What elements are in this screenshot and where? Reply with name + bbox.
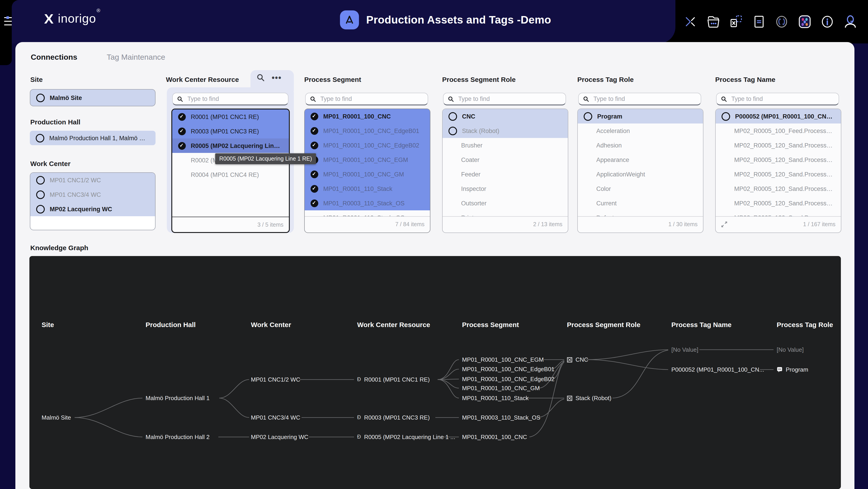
ps-list: MP01_R0001_100_CNC MP01_R0001_100_CNC_Ed… xyxy=(304,109,430,233)
graph-node[interactable]: Malmö Site xyxy=(41,414,71,421)
info-icon[interactable] xyxy=(819,14,835,29)
sync-icon[interactable] xyxy=(774,14,789,29)
ptn-list: P000052 (MP01_R0001_100_CNC)_130... MP02… xyxy=(715,109,841,233)
list-item[interactable]: MP01_R0001_100_CNC_EdgeB02 xyxy=(305,138,430,152)
knowledge-graph-panel[interactable]: Site Production Hall Work Center Work Ce… xyxy=(29,256,841,489)
graph-node[interactable]: Program xyxy=(777,366,808,373)
graph-node[interactable]: MP01_R0003_110_Stack_OS xyxy=(462,414,540,421)
export-icon[interactable] xyxy=(728,14,744,29)
search-icon[interactable] xyxy=(257,74,265,81)
list-item[interactable]: Appearance xyxy=(578,152,703,167)
more-menu-icon[interactable]: ••• xyxy=(272,75,282,80)
list-item[interactable]: Brusher xyxy=(442,138,568,152)
list-item[interactable]: Adhesion xyxy=(578,138,703,152)
psr-search xyxy=(443,93,566,106)
graph-node[interactable]: [No Value] xyxy=(777,346,804,353)
list-item[interactable]: MP02_R0005_120_Sand.ProcessTags.Sa... xyxy=(716,167,841,181)
check-icon xyxy=(178,142,186,149)
close-x-icon[interactable] xyxy=(683,14,698,29)
graph-col-work-center-resource: Work Center Resource xyxy=(357,321,430,328)
list-item[interactable]: Defects xyxy=(578,210,703,216)
list-item[interactable]: MP02 Lacquering WC xyxy=(30,202,155,216)
graph-node[interactable]: Stack (Robot) xyxy=(567,395,612,401)
list-item[interactable]: Coater xyxy=(442,152,568,167)
list-item[interactable]: MP01_R0001_110_Stack_OS xyxy=(305,210,430,216)
site-selected-item[interactable]: Malmö Site xyxy=(30,89,156,106)
user-icon[interactable] xyxy=(842,14,858,29)
graph-node[interactable]: MP01_R0001_110_Stack xyxy=(462,395,528,401)
list-item[interactable]: Stack (Robot) xyxy=(442,123,568,138)
graph-node[interactable]: MP01_R0001_100_CNC_EdgeB02 xyxy=(462,376,555,382)
graph-node[interactable]: MP01 CNC1/2 WC xyxy=(251,376,300,383)
list-item[interactable]: MP01_R0001_110_Stack xyxy=(305,181,430,196)
list-item[interactable]: R0001 (MP01 CNC1 RE) xyxy=(172,110,289,124)
list-item[interactable]: MP02_R0005_120_Sand.ProcessTags.Uni... xyxy=(716,210,841,216)
graph-node[interactable]: MP01_R0001_100_CNC xyxy=(462,434,527,440)
graph-node[interactable]: P000052 (MP01_R0001_100_CN... xyxy=(671,366,764,373)
graph-node[interactable]: MP01 CNC3/4 WC xyxy=(251,414,300,421)
process-segment-label: Process Segment xyxy=(304,76,361,83)
graph-node[interactable]: MP01_R0001_100_CNC_EdgeB01 xyxy=(462,366,555,373)
list-item[interactable]: Color xyxy=(578,181,703,196)
list-item[interactable]: MP02_R0005_120_Sand.ProcessTags.State xyxy=(716,181,841,196)
graph-col-work-center: Work Center xyxy=(251,321,291,328)
ptn-search-input[interactable] xyxy=(730,95,834,103)
inorigo-logo[interactable]: X inorigo® xyxy=(44,12,100,26)
list-item[interactable]: MP01_R0001_100_CNC_EdgeB01 xyxy=(305,123,430,138)
list-item[interactable]: MP01_R0001_100_CNC_EGM xyxy=(305,152,430,167)
list-item[interactable]: MP02_R0005_100_Feed.ProcessTags.Too... xyxy=(716,123,841,138)
list-item[interactable]: Program xyxy=(578,109,703,123)
work-center-resource-label: Work Center Resource xyxy=(166,76,239,83)
list-item[interactable]: Inspector xyxy=(442,181,568,196)
list-item[interactable]: Outsorter xyxy=(442,196,568,210)
radio-icon xyxy=(448,126,457,135)
radio-icon xyxy=(448,112,457,120)
list-item[interactable]: ApplicationWeight xyxy=(578,167,703,181)
site-label: Site xyxy=(30,76,43,83)
graph-node[interactable]: Malmö Production Hall 1 xyxy=(146,395,210,401)
list-item[interactable]: CNC xyxy=(442,109,568,123)
graph-node[interactable]: R0005 (MP02 Lacquering Line 1 ... xyxy=(357,434,455,440)
list-item[interactable]: Current xyxy=(578,196,703,210)
graph-col-process-tag-name: Process Tag Name xyxy=(671,321,732,328)
wcr-search-input[interactable] xyxy=(186,95,283,103)
radio-icon xyxy=(36,93,45,102)
tab-connections[interactable]: Connections xyxy=(31,53,77,62)
list-item[interactable]: R0005 (MP02 Lacquering Line 1 RE) xyxy=(172,138,289,153)
expand-icon[interactable] xyxy=(721,221,727,228)
list-item[interactable]: MP01_R0001_100_CNC xyxy=(305,109,430,123)
apps-icon[interactable] xyxy=(797,14,812,29)
program-icon xyxy=(777,367,782,373)
production-hall-item[interactable]: Malmö Production Hall 1, Malmö … (2) xyxy=(30,131,156,145)
list-item[interactable]: MP01 CNC3/4 WC xyxy=(30,187,155,202)
list-item[interactable]: Feeder xyxy=(442,167,568,181)
psr-search-input[interactable] xyxy=(457,95,561,103)
item-count: 7 / 84 items xyxy=(395,221,425,228)
notes-icon[interactable] xyxy=(751,14,767,29)
list-item[interactable]: MP01_R0003_110_Stack_OS xyxy=(305,196,430,210)
folder-icon[interactable] xyxy=(706,14,721,29)
graph-node[interactable]: R0001 (MP01 CNC1 RE) xyxy=(357,376,430,383)
list-item[interactable]: R0004 (MP01 CNC4 RE) xyxy=(172,167,289,182)
list-item[interactable]: MP01_R0001_100_CNC_GM xyxy=(305,167,430,181)
tab-tag-maintenance[interactable]: Tag Maintenance xyxy=(107,53,165,62)
list-item[interactable]: MP02_R0005_120_Sand.ProcessTags.Mo... xyxy=(716,138,841,152)
graph-node[interactable]: MP01_R0001_100_CNC_EGM xyxy=(462,356,544,363)
ptr-search-input[interactable] xyxy=(592,95,696,103)
list-item[interactable]: P000052 (MP01_R0001_100_CNC)_130... xyxy=(716,109,841,123)
graph-node[interactable]: R0003 (MP01 CNC3 RE) xyxy=(357,414,430,421)
list-item[interactable]: MP02_R0005_120_Sand.ProcessTags.Mo... xyxy=(716,152,841,167)
ps-search-input[interactable] xyxy=(319,95,423,103)
item-count: 3 / 5 items xyxy=(257,222,283,228)
list-item[interactable]: MP02_R0005_120_Sand.ProcessTags.Uni... xyxy=(716,196,841,210)
graph-node[interactable]: MP01_R0001_100_CNC_GM xyxy=(462,385,540,392)
graph-node[interactable]: MP02 Lacquering WC xyxy=(251,434,308,440)
list-item[interactable]: MP01 CNC1/2 WC xyxy=(30,173,155,187)
role-icon xyxy=(567,357,572,362)
list-item[interactable]: Printer xyxy=(442,210,568,216)
graph-node[interactable]: [No Value] xyxy=(671,346,699,353)
list-item[interactable]: Acceleration xyxy=(578,123,703,138)
graph-node[interactable]: CNC xyxy=(567,356,588,363)
graph-node[interactable]: Malmö Production Hall 2 xyxy=(146,434,210,440)
list-item[interactable]: R0003 (MP01 CNC3 RE) xyxy=(172,124,289,138)
